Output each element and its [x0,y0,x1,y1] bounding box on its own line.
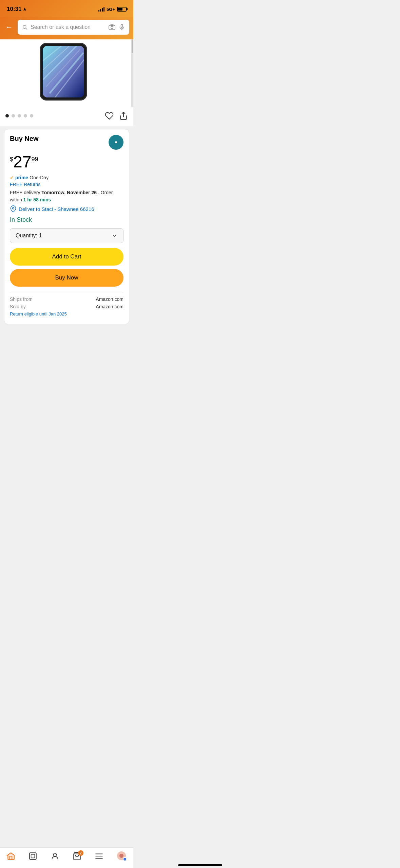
selection-indicator[interactable] [109,135,123,150]
seller-info: Ships from Amazon.com Sold by Amazon.com… [10,292,123,317]
quantity-value: 1 [39,233,42,238]
search-area: ← Search or ask a question [0,17,133,39]
dot-3[interactable] [18,114,21,117]
add-to-cart-button[interactable]: Add to Cart [10,248,123,266]
delivery-countdown: 1 hr 58 mins [23,197,51,202]
svg-point-3 [114,26,114,26]
svg-rect-1 [111,24,113,26]
status-bar: 10:31 5G+ [0,0,133,17]
image-dots-row [0,107,133,123]
search-icon [22,24,28,30]
image-dots [5,114,33,117]
location-pin-icon [10,205,17,212]
price-dollar-symbol: $ [10,156,13,163]
ships-from-value: Amazon.com [96,296,123,302]
price-container: $ 27 99 [10,154,123,170]
deliver-to-text[interactable]: Deliver to Staci - Shawnee 66216 [19,206,94,212]
search-input[interactable]: Search or ask a question [31,24,106,30]
network-type: 5G+ [107,7,115,12]
chevron-down-icon [112,233,118,239]
price-cents: 99 [31,156,38,163]
returns-policy-row: Return eligible until Jan 2025 [10,311,123,317]
buy-box-header: Buy New [10,135,123,150]
back-button[interactable]: ← [4,21,14,33]
deliver-to-row[interactable]: Deliver to Staci - Shawnee 66216 [10,205,123,212]
svg-rect-4 [121,24,123,28]
dot-5[interactable] [30,114,33,117]
status-right: 5G+ [98,7,127,12]
price-main: 27 [13,154,31,170]
prime-label: prime [15,175,28,180]
signal-bars-icon [98,7,104,12]
dot-2[interactable] [12,114,15,117]
buy-now-button[interactable]: Buy Now [10,269,123,287]
quantity-selector[interactable]: Quantity: 1 [10,228,123,243]
svg-point-15 [13,207,14,209]
product-action-icons [105,111,128,120]
delivery-date: Tomorrow, November 26 [41,190,97,195]
prime-check-icon: ✔ [10,175,14,180]
battery-icon [117,7,127,12]
product-phone-mockup [40,43,94,104]
dot-4[interactable] [24,114,27,117]
share-icon[interactable] [119,111,128,120]
delivery-prefix: FREE delivery [10,190,40,195]
scroll-indicator [131,39,133,107]
prime-row: ✔ prime One-Day [10,175,123,180]
search-box[interactable]: Search or ask a question [18,20,129,35]
quantity-label: Quantity: 1 [16,233,42,239]
ships-from-label: Ships from [10,296,33,302]
wishlist-heart-icon[interactable] [105,111,114,120]
camera-search-icon[interactable] [108,23,116,31]
status-time: 10:31 [7,6,27,13]
buy-new-label: Buy New [10,135,38,143]
delivery-text: FREE delivery Tomorrow, November 26 . Or… [10,189,123,203]
prime-plan: One-Day [30,175,49,180]
ships-from-row: Ships from Amazon.com [10,296,123,302]
microphone-icon[interactable] [118,24,125,31]
product-image-area [0,39,133,126]
product-image[interactable] [0,39,133,107]
dot-1[interactable] [5,114,9,117]
svg-rect-7 [43,46,84,97]
phone-screen-graphic [43,46,84,97]
svg-rect-0 [109,25,115,30]
buy-box: Buy New $ 27 99 ✔ prime One-Day FREE Ret… [4,129,129,324]
free-returns-link[interactable]: FREE Returns [10,182,123,187]
in-stock-status: In Stock [10,216,123,223]
svg-point-2 [111,26,113,29]
returns-policy-text[interactable]: Return eligible until Jan 2025 [10,311,67,317]
sold-by-row: Sold by Amazon.com [10,304,123,309]
location-arrow-icon [23,7,27,11]
sold-by-label: Sold by [10,304,26,309]
sold-by-value: Amazon.com [96,304,123,309]
